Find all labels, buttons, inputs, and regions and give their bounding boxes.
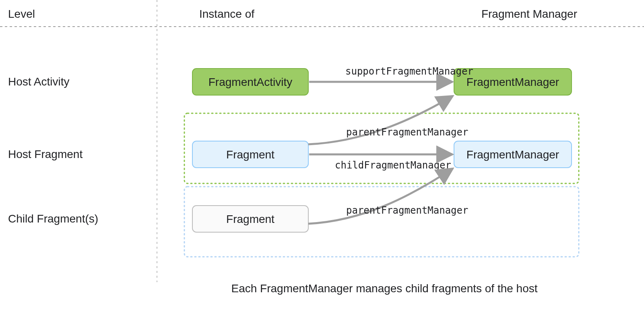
header-instance-of: Instance of bbox=[199, 8, 254, 20]
fragment-manager-diagram: Level Instance of Fragment Manager Host … bbox=[0, 0, 644, 312]
node-fragment-activity-label: FragmentActivity bbox=[208, 76, 293, 88]
diagram-caption: Each FragmentManager manages child fragm… bbox=[231, 282, 537, 295]
edge-child-fm-label: childFragmentManager bbox=[335, 160, 451, 171]
node-fragment-host-label: Fragment bbox=[226, 148, 275, 161]
row-label-host-activity: Host Activity bbox=[8, 75, 69, 88]
header-fragment-manager: Fragment Manager bbox=[481, 8, 577, 20]
header-level: Level bbox=[8, 8, 35, 20]
node-fm-activity-label: FragmentManager bbox=[466, 76, 559, 88]
row-label-host-fragment: Host Fragment bbox=[8, 148, 83, 160]
edge-parent-fm-child-label: parentFragmentManager bbox=[346, 205, 468, 216]
edge-support-fm-label: supportFragmentManager bbox=[345, 66, 473, 77]
row-label-child-fragments: Child Fragment(s) bbox=[8, 212, 98, 225]
edge-parent-fm-host-label: parentFragmentManager bbox=[346, 127, 468, 138]
node-fragment-child-label: Fragment bbox=[226, 213, 275, 225]
node-fm-host-label: FragmentManager bbox=[466, 148, 559, 161]
